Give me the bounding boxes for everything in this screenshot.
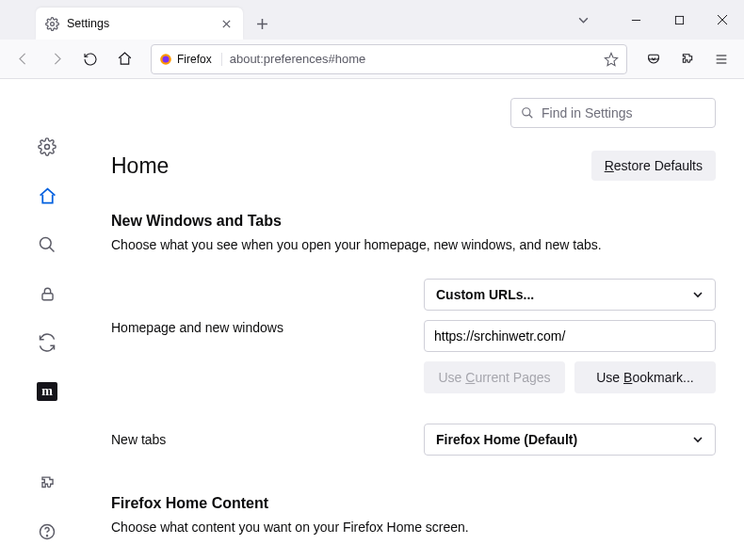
mozilla-icon: m: [37, 382, 57, 401]
url-text: about:preferences#home: [230, 52, 366, 66]
section-heading-home-content: Firefox Home Content: [111, 495, 716, 512]
sidebar-home[interactable]: [34, 183, 60, 209]
chevron-down-icon: [692, 434, 704, 445]
back-button[interactable]: [8, 44, 38, 74]
tab-title: Settings: [67, 17, 218, 30]
use-bookmark-button[interactable]: Use Bookmark...: [574, 361, 716, 393]
homepage-url-input[interactable]: [424, 320, 716, 352]
title-bar: Settings: [0, 0, 744, 40]
svg-point-3: [163, 56, 170, 62]
settings-main: Find in Settings Home Restore Defaults N…: [94, 79, 744, 560]
svg-point-10: [523, 108, 530, 116]
sidebar-help[interactable]: [34, 519, 60, 545]
close-window-button[interactable]: [701, 0, 744, 40]
use-current-pages-button[interactable]: Use Current Pages: [424, 361, 565, 393]
sidebar-extensions[interactable]: [34, 470, 60, 496]
newtabs-select[interactable]: Firefox Home (Default): [424, 424, 716, 456]
sidebar-search[interactable]: [34, 232, 60, 258]
firefox-logo-icon: Firefox: [159, 53, 222, 66]
url-prefix: Firefox: [177, 53, 212, 66]
menu-button[interactable]: [706, 44, 736, 74]
chevron-down-icon[interactable]: [561, 0, 605, 40]
section-heading-new-windows: New Windows and Tabs: [111, 213, 716, 230]
svg-rect-4: [649, 55, 659, 59]
svg-point-6: [40, 238, 52, 249]
reload-button[interactable]: [75, 44, 105, 74]
newtabs-select-value: Firefox Home (Default): [436, 432, 577, 447]
sidebar-more-mozilla[interactable]: m: [34, 378, 60, 405]
gear-icon: [45, 17, 59, 31]
content-area: m Find in Settings Home Restore Defaults…: [0, 79, 744, 560]
homepage-select[interactable]: Custom URLs...: [424, 279, 716, 311]
browser-tab[interactable]: Settings: [36, 8, 243, 40]
forward-button[interactable]: [41, 44, 72, 74]
close-tab-icon[interactable]: [218, 16, 234, 31]
settings-sidebar: m: [0, 79, 94, 560]
url-bar[interactable]: Firefox about:preferences#home: [151, 44, 627, 74]
search-icon: [521, 106, 534, 120]
sidebar-general[interactable]: [34, 134, 60, 160]
section-desc-new-windows: Choose what you see when you open your h…: [111, 237, 716, 252]
find-placeholder: Find in Settings: [542, 105, 633, 120]
pocket-button[interactable]: [639, 44, 669, 74]
extensions-button[interactable]: [672, 44, 703, 74]
restore-defaults-button[interactable]: Restore Defaults: [591, 151, 716, 181]
svg-point-0: [51, 22, 55, 25]
new-tab-button[interactable]: [249, 10, 275, 37]
window-controls: [561, 0, 744, 40]
page-title: Home: [111, 153, 169, 179]
svg-point-5: [45, 145, 50, 150]
svg-rect-7: [41, 293, 52, 299]
svg-point-9: [47, 536, 48, 536]
homepage-label: Homepage and new windows: [111, 279, 424, 335]
sidebar-privacy[interactable]: [34, 280, 60, 307]
section-desc-home-content: Choose what content you want on your Fir…: [111, 520, 716, 535]
maximize-button[interactable]: [657, 0, 701, 40]
bookmark-star-icon[interactable]: [604, 52, 619, 67]
svg-rect-1: [675, 16, 683, 24]
chevron-down-icon: [692, 289, 704, 300]
newtabs-label: New tabs: [111, 432, 424, 447]
find-in-settings[interactable]: Find in Settings: [510, 98, 716, 128]
sidebar-sync[interactable]: [34, 329, 60, 356]
nav-toolbar: Firefox about:preferences#home: [0, 40, 744, 79]
home-button[interactable]: [109, 44, 139, 74]
minimize-button[interactable]: [614, 0, 657, 40]
homepage-select-value: Custom URLs...: [436, 287, 534, 302]
